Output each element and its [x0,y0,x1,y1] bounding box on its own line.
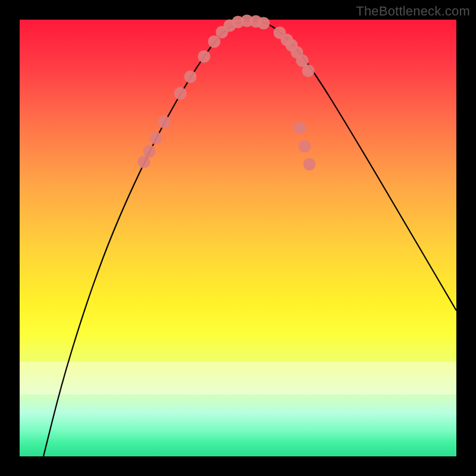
sample-bead [158,116,171,129]
sample-bead [143,145,156,158]
sample-bead [294,122,306,134]
curve-layer [20,20,456,456]
sample-bead [138,156,151,168]
chart-frame: TheBottleneck.com [0,0,476,476]
sample-bead [303,158,316,171]
sample-bead [174,87,187,100]
sample-bead [150,132,162,145]
sample-bead [258,17,270,30]
sample-beads [138,15,316,171]
bottleneck-curve [43,21,456,456]
sample-bead [302,65,315,77]
watermark-text: TheBottleneck.com [356,4,470,19]
sample-bead [299,140,311,153]
sample-bead [198,51,211,63]
sample-bead [184,71,197,83]
